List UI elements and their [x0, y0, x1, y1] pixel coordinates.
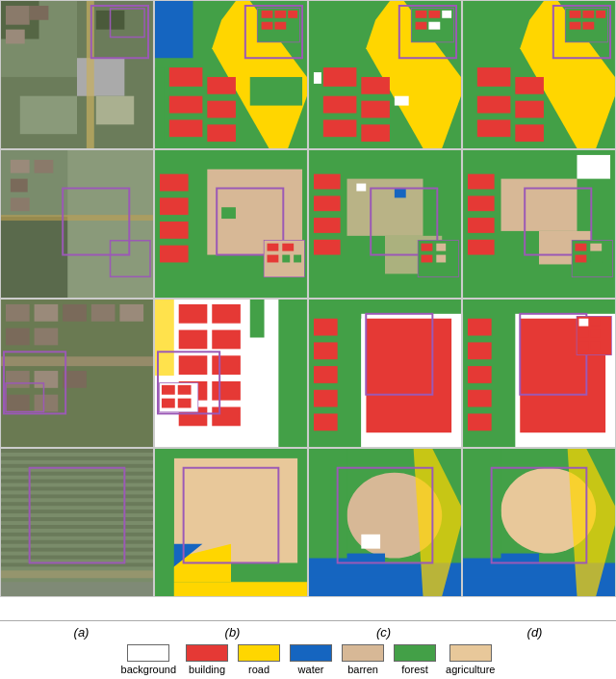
- svg-rect-179: [468, 413, 492, 431]
- svg-rect-19: [207, 77, 236, 94]
- cell-r1c4: [462, 0, 616, 149]
- svg-rect-191: [1, 457, 153, 460]
- svg-rect-16: [169, 67, 203, 87]
- svg-rect-126: [35, 304, 59, 322]
- svg-rect-62: [582, 11, 594, 18]
- svg-rect-115: [577, 155, 610, 179]
- svg-rect-120: [590, 244, 602, 251]
- svg-rect-18: [169, 119, 203, 137]
- swatch-water: [290, 644, 332, 662]
- svg-rect-183: [578, 319, 588, 326]
- swatch-road: [238, 644, 280, 662]
- svg-rect-168: [314, 413, 338, 431]
- svg-rect-174: [463, 300, 615, 314]
- cell-r2c3: [308, 149, 462, 299]
- legend-building: building: [186, 644, 228, 675]
- svg-rect-207: [1, 582, 153, 596]
- svg-rect-163: [309, 300, 461, 314]
- svg-rect-69: [1, 217, 67, 298]
- svg-rect-98: [314, 240, 341, 255]
- svg-rect-5: [20, 96, 77, 134]
- svg-rect-201: [1, 533, 153, 536]
- svg-rect-156: [162, 385, 175, 395]
- svg-rect-141: [250, 300, 265, 337]
- svg-rect-190: [1, 449, 153, 453]
- svg-rect-40: [314, 72, 321, 84]
- svg-rect-8: [6, 6, 30, 25]
- svg-rect-81: [160, 222, 189, 239]
- svg-rect-127: [63, 304, 87, 322]
- cell-r4c3: [308, 448, 462, 597]
- svg-rect-128: [91, 304, 116, 322]
- cell-r4c2: [154, 448, 308, 597]
- legend-agriculture: agriculture: [446, 644, 495, 675]
- svg-rect-105: [436, 244, 446, 251]
- svg-rect-164: [314, 319, 338, 336]
- svg-rect-150: [212, 381, 241, 401]
- legend-water: water: [290, 644, 332, 675]
- svg-rect-96: [314, 196, 341, 211]
- svg-rect-109: [501, 179, 578, 231]
- svg-rect-184: [590, 319, 600, 326]
- svg-rect-125: [6, 304, 30, 322]
- svg-rect-161: [366, 319, 451, 432]
- svg-rect-152: [212, 407, 241, 427]
- main-container: (a) (b) (c) (d) background building road…: [0, 0, 616, 679]
- svg-rect-30: [262, 22, 273, 30]
- svg-rect-22: [250, 77, 302, 106]
- svg-rect-61: [570, 11, 581, 18]
- legend-background: background: [121, 644, 177, 675]
- svg-rect-136: [35, 395, 59, 412]
- svg-rect-143: [179, 304, 208, 324]
- svg-rect-202: [1, 540, 153, 544]
- legend-forest: forest: [394, 644, 436, 675]
- swatch-forest: [394, 644, 436, 662]
- svg-rect-188: [590, 341, 600, 349]
- label-barren: barren: [347, 664, 378, 675]
- svg-rect-23: [155, 67, 165, 144]
- svg-rect-106: [422, 255, 433, 263]
- svg-rect-49: [428, 22, 440, 30]
- label-forest: forest: [401, 664, 428, 675]
- cell-r3c3: [308, 299, 462, 448]
- svg-marker-15: [155, 1, 192, 58]
- svg-rect-83: [221, 207, 236, 219]
- svg-rect-10: [30, 6, 49, 20]
- svg-rect-196: [1, 494, 153, 498]
- svg-rect-54: [477, 119, 511, 137]
- svg-rect-41: [395, 96, 409, 106]
- svg-rect-146: [212, 330, 241, 350]
- svg-rect-38: [361, 101, 390, 118]
- svg-rect-48: [416, 22, 427, 30]
- svg-rect-70: [11, 160, 30, 173]
- svg-rect-166: [314, 366, 338, 383]
- svg-rect-99: [395, 188, 406, 197]
- cell-r3c1: [0, 299, 154, 448]
- svg-rect-53: [477, 96, 511, 114]
- svg-rect-176: [468, 342, 492, 359]
- svg-rect-104: [422, 244, 433, 251]
- svg-rect-204: [1, 556, 153, 560]
- svg-rect-80: [160, 197, 189, 215]
- cell-r3c2: [154, 299, 308, 448]
- svg-rect-111: [468, 174, 495, 190]
- svg-rect-46: [428, 11, 440, 18]
- cell-r3c4: [462, 299, 616, 448]
- col-label-d: (d): [459, 625, 610, 640]
- svg-rect-229: [463, 449, 500, 559]
- svg-rect-194: [1, 480, 153, 483]
- svg-rect-198: [1, 509, 153, 513]
- svg-rect-112: [468, 196, 495, 211]
- svg-rect-88: [282, 244, 294, 251]
- label-water: water: [298, 664, 324, 675]
- svg-rect-29: [288, 11, 297, 18]
- svg-rect-157: [178, 385, 192, 395]
- svg-rect-56: [515, 101, 544, 118]
- cell-r1c1: [0, 0, 154, 149]
- cell-r4c1: [0, 448, 154, 597]
- svg-rect-175: [468, 319, 492, 336]
- svg-rect-193: [1, 472, 153, 476]
- svg-rect-90: [282, 255, 290, 263]
- svg-rect-200: [1, 525, 153, 529]
- svg-rect-214: [155, 449, 174, 596]
